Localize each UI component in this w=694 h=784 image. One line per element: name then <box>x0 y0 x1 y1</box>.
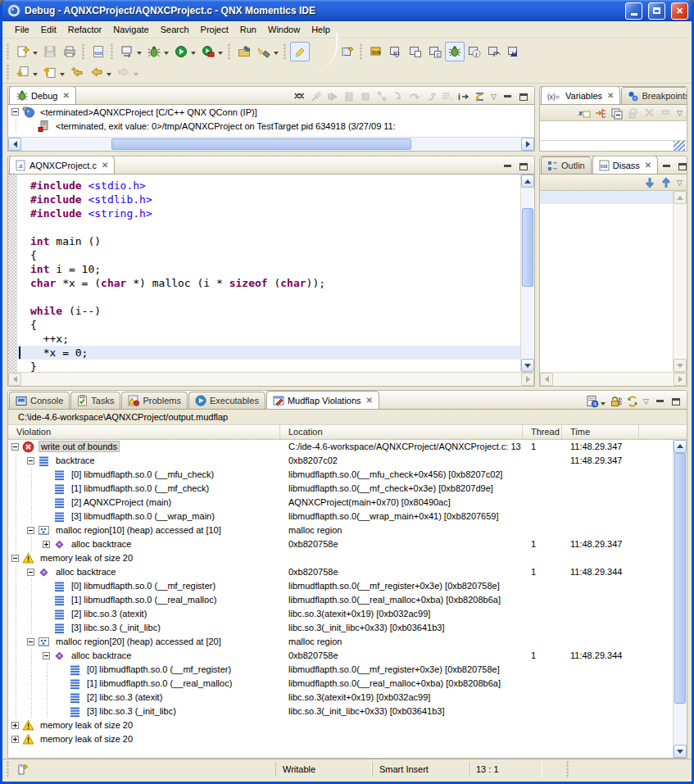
violation-row[interactable]: backtrace0xb8207c0211:48.29.347 <box>8 454 673 468</box>
debug-dropdown[interactable] <box>164 52 169 57</box>
tab-breakpoints[interactable]: Breakpoints <box>621 87 687 104</box>
violation-row[interactable]: malloc region[20] (heap) accessed at [20… <box>8 635 673 649</box>
add-global-variables-button[interactable] <box>592 106 609 120</box>
drop-to-frame-button[interactable] <box>472 89 488 104</box>
debug-h-scrollbar[interactable] <box>8 137 534 151</box>
scroll-down-icon[interactable] <box>674 359 687 372</box>
search-button[interactable] <box>254 42 274 61</box>
violation-row[interactable]: [0] libmudflapth.so.0 (__mfu_check)libmu… <box>8 468 673 482</box>
previous-annotation-dropdown[interactable] <box>60 73 65 79</box>
resume-button[interactable] <box>324 89 341 104</box>
fast-view-icon[interactable] <box>16 763 29 776</box>
editor-v-scrollbar[interactable] <box>520 174 534 372</box>
toolbar-handle[interactable] <box>81 43 87 61</box>
disconnect-button[interactable] <box>308 89 324 104</box>
violation-row[interactable]: [1] libmudflapth.so.0 (__real_malloc)lib… <box>8 677 673 691</box>
toolbar-handle[interactable] <box>110 43 116 61</box>
new-wizard-dropdown[interactable] <box>33 52 38 57</box>
search-dropdown[interactable] <box>274 52 279 57</box>
code-editor[interactable]: #include <stdio.h>#include <stdlib.h>#in… <box>17 174 520 372</box>
tab-variables[interactable]: (x)= Variables ✕ <box>541 86 620 104</box>
collapse-all-button[interactable] <box>609 106 625 120</box>
debug-tree-row[interactable]: <terminated>AQNXCProject [C/C++ QNX QCon… <box>8 105 534 119</box>
minimize-button[interactable] <box>625 2 642 20</box>
open-perspective-button[interactable] <box>338 42 357 61</box>
external-run-dropdown[interactable] <box>218 52 223 57</box>
maximize-view-button[interactable] <box>515 89 532 104</box>
back-button[interactable] <box>87 62 107 82</box>
violation-row[interactable]: [3] libmudflapth.so.0 (__wrap_main)libmu… <box>8 510 673 523</box>
toolbar-handle[interactable] <box>6 63 11 81</box>
code-line[interactable] <box>17 220 520 234</box>
binary-010-button[interactable]: 010 <box>88 42 108 61</box>
violation-row[interactable]: [2] libc.so.3 (atexit)libc.so.3(atexit+0… <box>8 691 673 705</box>
menu-project[interactable]: Project <box>195 23 234 36</box>
change-value-button[interactable] <box>625 106 642 120</box>
expander-icon[interactable] <box>27 527 34 534</box>
tab-problems[interactable]: Problems <box>121 392 187 409</box>
tab-executables[interactable]: Executables <box>188 392 265 409</box>
code-line[interactable]: #include <string.h> <box>17 206 520 220</box>
toolbar-handle[interactable] <box>359 43 365 61</box>
target-console-button[interactable] <box>117 42 137 61</box>
app-icon[interactable] <box>7 4 20 17</box>
next-annotation-button[interactable] <box>13 62 33 82</box>
previous-annotation-button[interactable] <box>40 62 60 82</box>
view-menu-icon[interactable]: ▽ <box>674 109 685 117</box>
scroll-right-icon[interactable] <box>674 373 687 386</box>
print-button[interactable] <box>60 42 79 61</box>
run-button[interactable] <box>171 42 191 61</box>
cpp-perspective-button[interactable]: C <box>425 42 445 61</box>
scroll-up-icon[interactable] <box>674 191 687 204</box>
maximize-view-button[interactable] <box>668 394 684 409</box>
mark-occurrences-button[interactable] <box>290 42 310 61</box>
column-time[interactable]: Time <box>562 425 639 439</box>
step-over-button[interactable] <box>406 89 423 104</box>
violation-row[interactable]: alloc backtrace0xb820758e111:48.29.347 <box>8 537 673 551</box>
save-button[interactable] <box>40 42 60 61</box>
last-edit-location-button[interactable] <box>67 62 87 82</box>
close-tab-icon[interactable]: ✕ <box>606 91 614 100</box>
view-menu-icon[interactable]: ▽ <box>488 93 499 101</box>
expander-icon[interactable] <box>11 443 19 451</box>
remove-all-button[interactable] <box>658 106 674 120</box>
tab-disassembly[interactable]: 010 Disass ✕ <box>592 156 658 174</box>
run-dropdown[interactable] <box>191 52 196 57</box>
violation-row[interactable]: write out of boundsC:/ide-4.6-workspace/… <box>8 440 673 454</box>
violation-row[interactable]: [1] libmudflapth.so.0 (__mf_check)libmud… <box>8 482 673 496</box>
sync-up-button[interactable] <box>658 175 674 190</box>
minimize-view-button[interactable] <box>651 394 668 409</box>
violation-row[interactable]: [3] libc.so.3 (_init_libc)libc.so.3(_ini… <box>8 621 673 635</box>
scroll-right-icon[interactable] <box>521 373 534 386</box>
close-tab-icon[interactable]: ✕ <box>61 91 69 100</box>
maximize-view-button[interactable] <box>515 159 532 174</box>
violation-row[interactable]: [1] libmudflapth.so.0 (__real_malloc)lib… <box>8 593 673 607</box>
violation-row[interactable]: [0] libmudflapth.so.0 (__mf_register)lib… <box>8 663 673 677</box>
toolbar-handle[interactable] <box>227 43 233 61</box>
menu-run[interactable]: Run <box>234 23 262 36</box>
expander-icon[interactable] <box>11 108 19 116</box>
disassembly-v-scrollbar[interactable] <box>673 191 687 372</box>
show-type-names-button[interactable]: x <box>576 106 592 120</box>
violation-row[interactable]: alloc backtrace0xb820758e111:48.29.344 <box>8 649 673 663</box>
target-console-dropdown[interactable] <box>137 52 142 57</box>
column-violation[interactable]: Violation <box>8 425 280 439</box>
terminate-button[interactable] <box>357 89 374 104</box>
code-line[interactable]: } <box>17 360 520 372</box>
tab-outline[interactable]: Outlin <box>541 156 592 174</box>
minimize-view-button[interactable] <box>658 159 674 174</box>
menu-edit[interactable]: Edit <box>35 23 62 36</box>
titlebar[interactable]: Debug - AQNXCProject/AQNXCProject.c - QN… <box>2 0 692 21</box>
code-line[interactable]: *x = 0; <box>17 346 520 360</box>
menu-file[interactable]: File <box>9 23 35 36</box>
view-menu-icon[interactable]: ▽ <box>674 179 685 187</box>
step-into-button[interactable] <box>390 89 406 104</box>
refresh-button[interactable] <box>624 394 641 409</box>
suspend-button[interactable] <box>341 89 357 104</box>
remove-all-terminated-button[interactable] <box>292 89 308 104</box>
violation-row[interactable]: memory leak of size 20 <box>8 732 673 746</box>
scroll-down-icon[interactable] <box>521 359 534 372</box>
sync-down-button[interactable] <box>642 175 658 190</box>
expander-icon[interactable] <box>27 569 34 576</box>
close-button[interactable]: ✕ <box>671 2 688 20</box>
